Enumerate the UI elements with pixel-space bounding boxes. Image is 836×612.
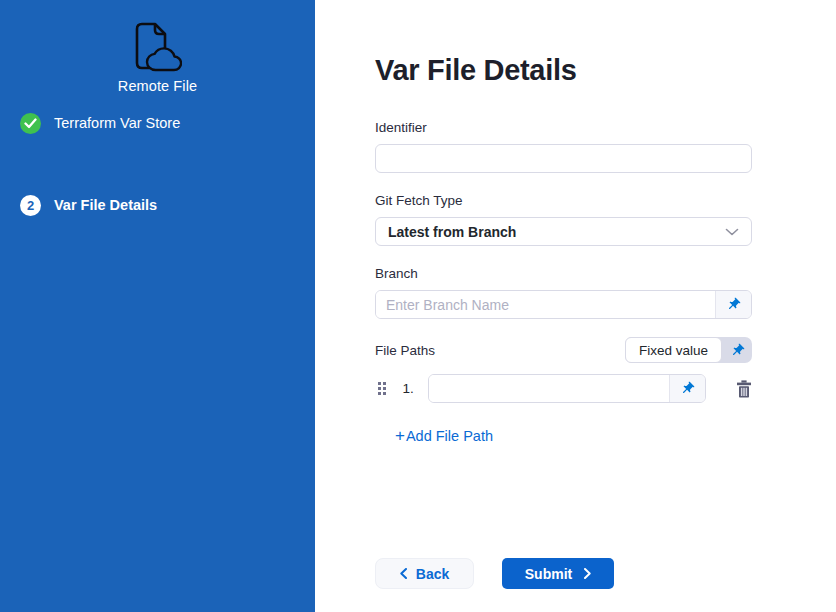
- step-var-file-details[interactable]: 2 Var File Details: [0, 194, 315, 216]
- store-type-header: Remote File: [0, 0, 315, 94]
- step-terraform-var-store[interactable]: Terraform Var Store: [0, 112, 315, 134]
- step-label: Var File Details: [54, 197, 157, 213]
- store-type-label: Remote File: [118, 78, 197, 94]
- wizard-actions: Back Submit: [375, 558, 752, 589]
- file-paths-label: File Paths: [375, 343, 435, 358]
- git-fetch-type-select[interactable]: Latest from Branch: [375, 217, 752, 246]
- identifier-input[interactable]: [375, 144, 752, 173]
- back-button[interactable]: Back: [375, 558, 474, 589]
- back-button-label: Back: [416, 566, 449, 582]
- wizard-dialog: Remote File Terraform Var Store 2 Var Fi…: [0, 0, 752, 612]
- chevron-down-icon: [725, 228, 739, 236]
- page-title: Var File Details: [375, 54, 752, 86]
- fixed-value-button[interactable]: Fixed value: [625, 337, 722, 363]
- file-paths-type-selector: Fixed value: [625, 337, 752, 363]
- pin-icon: [730, 343, 745, 358]
- identifier-label: Identifier: [375, 120, 752, 136]
- git-fetch-type-label: Git Fetch Type: [375, 193, 752, 209]
- file-path-field: [428, 374, 706, 403]
- var-file-details-panel: Var File Details Identifier Git Fetch Ty…: [315, 0, 752, 612]
- delete-file-path-button[interactable]: [736, 380, 752, 398]
- trash-icon: [736, 380, 752, 398]
- step-number-badge: 2: [20, 195, 41, 216]
- remote-file-cloud-icon: [134, 21, 182, 73]
- drag-handle-dots-icon[interactable]: [378, 382, 386, 395]
- branch-label: Branch: [375, 266, 752, 282]
- file-path-runtime-pin-button[interactable]: [669, 375, 705, 402]
- pin-icon: [726, 297, 741, 312]
- file-paths-runtime-pin-button[interactable]: [722, 337, 752, 363]
- chevron-left-icon: [400, 568, 407, 579]
- pin-icon: [680, 381, 695, 396]
- file-path-input[interactable]: [429, 375, 669, 402]
- git-fetch-type-value: Latest from Branch: [388, 224, 516, 240]
- submit-button[interactable]: Submit: [502, 558, 614, 589]
- wizard-steps: Terraform Var Store 2 Var File Details: [0, 112, 315, 216]
- branch-field: [375, 290, 752, 319]
- step-label: Terraform Var Store: [54, 115, 180, 131]
- wizard-sidebar: Remote File Terraform Var Store 2 Var Fi…: [0, 0, 315, 612]
- chevron-right-icon: [584, 568, 591, 579]
- add-file-path-button[interactable]: + Add File Path: [395, 426, 493, 446]
- add-file-path-label: Add File Path: [406, 428, 493, 444]
- branch-input[interactable]: [376, 291, 715, 318]
- var-file-form: Identifier Git Fetch Type Latest from Br…: [375, 120, 752, 589]
- plus-icon: +: [395, 426, 405, 446]
- check-circle-icon: [20, 113, 41, 134]
- branch-runtime-pin-button[interactable]: [715, 291, 751, 318]
- file-path-row: 1.: [378, 374, 752, 403]
- submit-button-label: Submit: [525, 566, 572, 582]
- file-path-index: 1.: [403, 381, 418, 396]
